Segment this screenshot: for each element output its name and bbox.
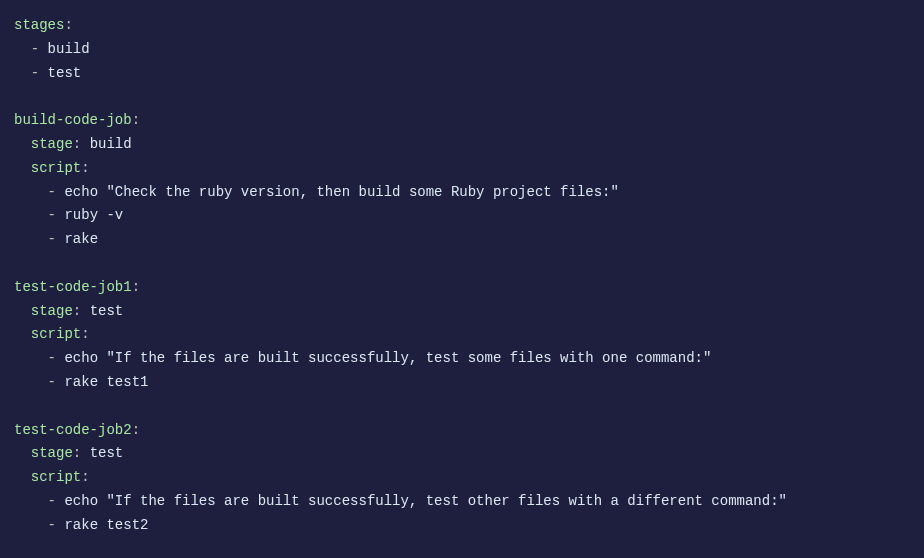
- yaml-colon: :: [81, 160, 89, 176]
- yaml-list-dash: -: [14, 374, 64, 390]
- yaml-value: test: [48, 65, 82, 81]
- yaml-key: stages: [14, 17, 64, 33]
- yaml-value: build: [90, 136, 132, 152]
- yaml-key: test-code-job1: [14, 279, 132, 295]
- yaml-key: script: [31, 469, 81, 485]
- yaml-key: stage: [31, 303, 73, 319]
- yaml-key: script: [31, 160, 81, 176]
- yaml-colon: :: [132, 279, 140, 295]
- yaml-list-dash: -: [14, 65, 48, 81]
- yaml-string: "Check the ruby version, then build some…: [106, 184, 618, 200]
- yaml-command: echo: [64, 350, 106, 366]
- yaml-command: ruby -v: [64, 207, 123, 223]
- yaml-code-block: stages: - build - test build-code-job: s…: [14, 14, 910, 538]
- yaml-list-dash: -: [14, 207, 64, 223]
- yaml-indent: [14, 136, 31, 152]
- yaml-key: stage: [31, 136, 73, 152]
- yaml-colon: :: [132, 112, 140, 128]
- yaml-command: echo: [64, 493, 106, 509]
- yaml-string: "If the files are built successfully, te…: [106, 493, 787, 509]
- yaml-command: echo: [64, 184, 106, 200]
- yaml-value: test: [90, 445, 124, 461]
- yaml-key: script: [31, 326, 81, 342]
- yaml-colon: :: [73, 445, 90, 461]
- yaml-indent: [14, 303, 31, 319]
- yaml-colon: :: [81, 469, 89, 485]
- yaml-list-dash: -: [14, 493, 64, 509]
- yaml-key: build-code-job: [14, 112, 132, 128]
- yaml-colon: :: [73, 303, 90, 319]
- yaml-colon: :: [132, 422, 140, 438]
- yaml-indent: [14, 469, 31, 485]
- yaml-list-dash: -: [14, 41, 48, 57]
- yaml-value: build: [48, 41, 90, 57]
- yaml-command: rake: [64, 231, 98, 247]
- yaml-indent: [14, 160, 31, 176]
- yaml-colon: :: [64, 17, 72, 33]
- yaml-key: test-code-job2: [14, 422, 132, 438]
- yaml-string: "If the files are built successfully, te…: [106, 350, 711, 366]
- yaml-list-dash: -: [14, 350, 64, 366]
- yaml-colon: :: [81, 326, 89, 342]
- yaml-list-dash: -: [14, 184, 64, 200]
- yaml-colon: :: [73, 136, 90, 152]
- yaml-key: stage: [31, 445, 73, 461]
- yaml-command: rake test1: [64, 374, 148, 390]
- yaml-list-dash: -: [14, 231, 64, 247]
- yaml-indent: [14, 326, 31, 342]
- yaml-list-dash: -: [14, 517, 64, 533]
- yaml-value: test: [90, 303, 124, 319]
- yaml-command: rake test2: [64, 517, 148, 533]
- yaml-indent: [14, 445, 31, 461]
